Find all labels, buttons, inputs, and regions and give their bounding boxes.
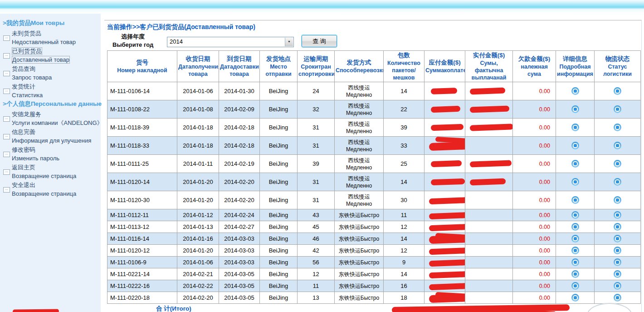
cell-detail — [556, 268, 595, 280]
logistics-status-icon[interactable] — [614, 87, 621, 95]
detail-info-icon[interactable] — [571, 270, 579, 278]
cell-method: 东铁快运Быстро — [335, 233, 384, 245]
year-filter-label: 选择年度 Выберите год — [112, 33, 153, 49]
column-header-ru: Подробная информация — [557, 63, 593, 78]
year-select[interactable]: 2014 ▼ — [167, 37, 294, 47]
sidebar-section-header[interactable]: >个人信息Персональные данные — [0, 100, 101, 110]
cell-arrival-date: 2014-03-05 — [219, 280, 260, 292]
cell-status — [595, 119, 641, 137]
logistics-status-icon[interactable] — [614, 223, 621, 231]
method-ru: Медленно — [336, 164, 382, 171]
chevron-down-icon[interactable]: ▼ — [285, 38, 293, 46]
cell-cycle: 32 — [298, 100, 335, 119]
logistics-status-icon[interactable] — [614, 282, 621, 290]
logistics-status-icon[interactable] — [614, 160, 621, 168]
detail-info-icon[interactable] — [571, 142, 579, 149]
detail-info-icon[interactable] — [571, 160, 579, 168]
detail-info-icon[interactable] — [571, 258, 579, 266]
detail-info-icon[interactable] — [571, 87, 579, 95]
detail-info-icon[interactable] — [571, 178, 579, 186]
detail-info-icon[interactable] — [571, 235, 579, 243]
detail-info-icon[interactable] — [571, 105, 579, 113]
logistics-status-icon[interactable] — [614, 105, 621, 113]
tree-expand-icon[interactable]: ... — [3, 116, 10, 122]
table-row: M-111-0112-112014-01-122014-02-24BeiJing… — [107, 209, 641, 221]
logistics-status-icon[interactable] — [614, 178, 621, 186]
cell-debt: 0.00 — [513, 221, 556, 233]
sidebar-item[interactable]: ...返回主页Возвращение страница — [0, 163, 101, 180]
cell-receive-date: 2014-01-18 — [177, 119, 219, 137]
detail-info-icon[interactable] — [571, 124, 579, 131]
detail-info-icon[interactable] — [571, 211, 579, 219]
tree-expand-icon[interactable]: ... — [3, 152, 10, 157]
tree-expand-icon[interactable]: ... — [3, 169, 10, 175]
cell-origin: BeiJing — [260, 155, 298, 173]
sidebar-item[interactable]: ...安德龙服务Услуги компании《ANDELONG》 — [0, 110, 101, 127]
cell-status — [595, 268, 641, 280]
top-banner — [0, 0, 644, 9]
search-button[interactable]: 查 询 — [302, 35, 337, 47]
summary-row: 合 计(Итого) — [107, 302, 640, 312]
sidebar-item[interactable]: ...未到货货品Недоставленный товар — [0, 29, 101, 46]
logistics-status-icon[interactable] — [614, 247, 621, 254]
cell-origin: BeiJing — [260, 257, 298, 268]
cell-origin: BeiJing — [260, 137, 298, 155]
column-header: 收货日期Датаполучения товара — [177, 51, 219, 82]
cell-packages: 39 — [384, 119, 424, 137]
logistics-status-icon[interactable] — [614, 235, 621, 243]
column-header: 物流状态Статус логистики — [595, 51, 641, 82]
cell-cargo-no: M-111-0120-30 — [107, 191, 177, 209]
sidebar-item[interactable]: ...信息完善Информация для улучшения — [0, 128, 101, 145]
sidebar-item[interactable]: ...货品查询Запрос товара — [0, 64, 101, 82]
sidebar-item[interactable]: ...安全退出Возвращение страница — [0, 181, 101, 198]
column-header-cn: 到货日期 — [220, 55, 259, 63]
tree-expand-icon[interactable]: ... — [3, 134, 10, 139]
redaction-scribble — [470, 105, 509, 113]
tree-expand-icon[interactable]: ... — [3, 35, 10, 41]
sidebar-item[interactable]: ...发货统计Статистика — [0, 82, 101, 99]
table-row: M-111-0116-142014-01-162014-03-03BeiJing… — [107, 233, 641, 245]
tree-expand-icon[interactable]: ... — [3, 71, 10, 76]
logistics-status-icon[interactable] — [614, 270, 621, 278]
cell-cargo-no: M-111-0116-14 — [107, 233, 177, 245]
column-header: 发货方式Способперевозки — [335, 51, 384, 82]
tree-expand-icon[interactable]: ... — [3, 187, 10, 193]
logistics-status-icon[interactable] — [614, 258, 621, 266]
tree-expand-icon[interactable]: ... — [3, 53, 10, 59]
column-header-cn: 发货方式 — [336, 59, 382, 67]
cell-debt: 0.00 — [513, 100, 556, 119]
table-row: M-111-0113-122014-01-132014-02-27BeiJing… — [107, 221, 641, 233]
detail-info-icon[interactable] — [571, 247, 579, 254]
logistics-status-icon[interactable] — [614, 196, 621, 204]
detail-info-icon[interactable] — [571, 282, 579, 290]
cell-packages: 14 — [384, 82, 424, 100]
sidebar-item[interactable]: ...已到货货品Доставленный товар — [0, 47, 101, 64]
detail-info-icon[interactable] — [571, 223, 579, 231]
logistics-status-icon[interactable] — [614, 124, 621, 131]
redaction-scribble — [470, 160, 512, 167]
logistics-status-icon[interactable] — [614, 211, 621, 219]
tree-expand-icon[interactable]: ... — [3, 89, 10, 94]
logistics-status-icon[interactable] — [614, 142, 621, 149]
redaction-scribble — [429, 270, 465, 278]
detail-info-icon[interactable] — [571, 196, 579, 204]
results-table: 货号Номер накладной收货日期Датаполучения товар… — [107, 50, 641, 304]
method-cn: 西线慢运 — [336, 175, 382, 182]
sidebar-section-header[interactable]: >我的货品Мои товры — [0, 19, 101, 29]
cell-packages: 30 — [384, 191, 424, 209]
cell-payable-redacted — [424, 82, 465, 100]
cell-paid-redacted — [465, 209, 513, 221]
breadcrumb: 当前操作>>客户已到货货品(Доставленный товар) — [104, 20, 641, 32]
cell-packages: 33 — [384, 137, 424, 155]
sidebar-item-label-ru: Возвращение страница — [12, 189, 101, 198]
logistics-status-icon[interactable] — [614, 294, 621, 302]
cell-cycle: 24 — [298, 82, 335, 100]
cell-cargo-no: M-111-0118-39 — [107, 119, 177, 137]
sidebar-item[interactable]: ...修改密码Изменить пароль — [0, 145, 101, 163]
detail-info-icon[interactable] — [571, 294, 579, 302]
method-ru: Медленно — [336, 91, 382, 99]
column-header-cn: 详细信息 — [557, 55, 593, 63]
column-header: 到货日期Датадоставки товара — [219, 51, 260, 82]
cell-status — [595, 137, 641, 155]
redaction-scribble — [429, 196, 465, 204]
